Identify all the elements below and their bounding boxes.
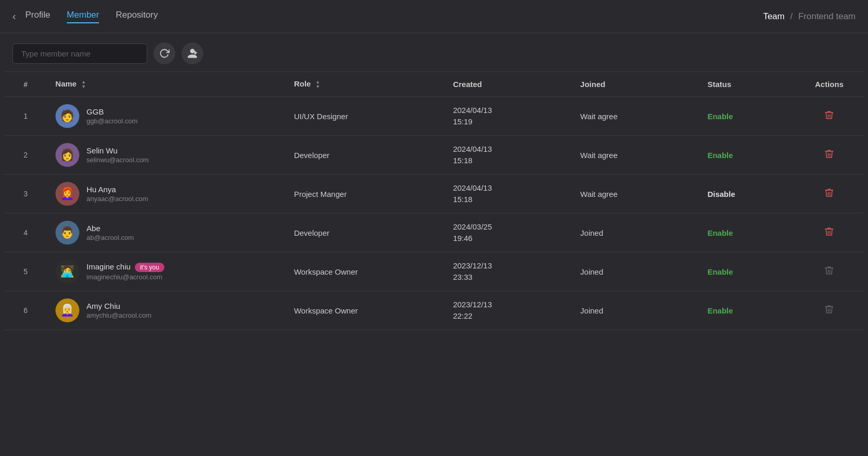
delete-button [822, 263, 836, 280]
members-table: # Name ▲▼ Role ▲▼ Created Joined Status … [4, 72, 864, 330]
table-row: 3👩‍🦰Hu Anyaanyaac@acrool.comProject Mang… [4, 175, 864, 213]
breadcrumb-separator: / [790, 11, 793, 21]
row-status[interactable]: Enable [699, 291, 794, 330]
row-role: Workspace Owner [286, 252, 445, 291]
table-row: 6👩‍🦳Amy Chiuamychiu@acrool.comWorkspace … [4, 291, 864, 330]
tab-profile[interactable]: Profile [25, 10, 50, 23]
status-badge[interactable]: Enable [707, 229, 733, 237]
you-badge: it's you [135, 263, 164, 272]
back-button[interactable]: ‹ [12, 10, 16, 22]
row-actions [794, 175, 864, 213]
table-header-row: # Name ▲▼ Role ▲▼ Created Joined Status … [4, 72, 864, 97]
row-created: 2024/03/2519:46 [445, 213, 572, 252]
row-status[interactable]: Enable [699, 252, 794, 291]
row-joined: Wait agree [572, 175, 699, 213]
row-role: Project Manger [286, 175, 445, 213]
delete-button [822, 302, 836, 319]
row-index: 1 [4, 97, 47, 136]
col-header-joined: Joined [572, 72, 699, 97]
row-role: Developer [286, 213, 445, 252]
toolbar [0, 33, 868, 72]
row-actions [794, 252, 864, 291]
trash-icon [824, 265, 834, 276]
member-name: Selin Wu [87, 146, 149, 155]
member-name: GGB [87, 107, 137, 116]
delete-button[interactable] [822, 147, 836, 164]
table-row: 2👩Selin Wuselinwu@acrool.comDeveloper202… [4, 136, 864, 175]
member-email: ggb@acrool.com [87, 117, 137, 125]
refresh-icon [159, 48, 170, 59]
row-status[interactable]: Enable [699, 136, 794, 175]
status-badge[interactable]: Enable [707, 112, 733, 121]
status-badge[interactable]: Enable [707, 151, 733, 160]
refresh-button[interactable] [153, 42, 175, 64]
member-name: Imagine chiuit's you [87, 262, 164, 272]
row-status[interactable]: Disable [699, 175, 794, 213]
trash-icon [824, 226, 834, 237]
member-email: amychiu@acrool.com [87, 311, 151, 319]
search-input[interactable] [12, 44, 147, 64]
col-header-name[interactable]: Name ▲▼ [47, 72, 286, 97]
col-header-hash: # [4, 72, 47, 97]
col-header-role[interactable]: Role ▲▼ [286, 72, 445, 97]
member-name: Abe [87, 224, 134, 233]
row-index: 6 [4, 291, 47, 330]
breadcrumb-child: Frontend team [798, 11, 856, 21]
tab-member[interactable]: Member [67, 10, 99, 23]
avatar: 👩‍🦳 [55, 298, 79, 322]
row-created: 2023/12/1323:33 [445, 252, 572, 291]
row-actions [794, 97, 864, 136]
nav-tabs: Profile Member Repository [25, 10, 158, 23]
row-actions [794, 213, 864, 252]
table-row: 1🧑GGBggb@acrool.comUI/UX Designer2024/04… [4, 97, 864, 136]
role-sort-arrows: ▲▼ [316, 80, 320, 89]
row-actions [794, 136, 864, 175]
row-joined: Wait agree [572, 136, 699, 175]
member-info: GGBggb@acrool.com [87, 107, 137, 125]
table-row: 5🧑‍💻Imagine chiuit's youimaginechiu@acro… [4, 252, 864, 291]
status-badge[interactable]: Disable [707, 190, 735, 198]
trash-icon [824, 110, 834, 120]
delete-button[interactable] [822, 186, 836, 203]
member-name: Hu Anya [87, 185, 148, 194]
add-member-button[interactable] [181, 42, 203, 64]
col-header-created: Created [445, 72, 572, 97]
row-index: 3 [4, 175, 47, 213]
delete-button[interactable] [822, 224, 836, 241]
row-index: 2 [4, 136, 47, 175]
row-name-cell: 👩‍🦰Hu Anyaanyaac@acrool.com [47, 175, 286, 213]
row-name-cell: 🧑GGBggb@acrool.com [47, 97, 286, 136]
row-status[interactable]: Enable [699, 213, 794, 252]
row-created: 2024/04/1315:18 [445, 175, 572, 213]
member-email: selinwu@acrool.com [87, 156, 149, 164]
delete-button[interactable] [822, 108, 836, 125]
member-email: anyaac@acrool.com [87, 195, 148, 203]
add-member-icon [187, 48, 198, 59]
avatar: 🧑 [55, 104, 79, 128]
col-header-status: Status [699, 72, 794, 97]
avatar: 👩‍🦰 [55, 182, 79, 206]
breadcrumb-parent: Team [763, 11, 785, 21]
member-info: Selin Wuselinwu@acrool.com [87, 146, 149, 164]
name-sort-arrows: ▲▼ [81, 80, 86, 89]
member-info: Imagine chiuit's youimaginechiu@acrool.c… [87, 262, 164, 281]
avatar: 👩 [55, 143, 79, 167]
row-joined: Joined [572, 213, 699, 252]
member-email: ab@acrool.com [87, 234, 134, 241]
status-badge[interactable]: Enable [707, 267, 733, 276]
row-joined: Joined [572, 252, 699, 291]
member-info: Abeab@acrool.com [87, 224, 134, 241]
row-created: 2024/04/1315:18 [445, 136, 572, 175]
row-created: 2024/04/1315:19 [445, 97, 572, 136]
tab-repository[interactable]: Repository [116, 10, 158, 23]
members-table-container: # Name ▲▼ Role ▲▼ Created Joined Status … [0, 72, 868, 330]
row-joined: Joined [572, 291, 699, 330]
row-name-cell: 🧑‍💻Imagine chiuit's youimaginechiu@acroo… [47, 252, 286, 291]
row-name-cell: 👩‍🦳Amy Chiuamychiu@acrool.com [47, 291, 286, 330]
row-name-cell: 👨Abeab@acrool.com [47, 213, 286, 252]
status-badge[interactable]: Enable [707, 306, 733, 315]
member-name: Amy Chiu [87, 302, 151, 310]
col-header-actions: Actions [794, 72, 864, 97]
top-nav: ‹ Profile Member Repository Team / Front… [0, 0, 868, 33]
row-status[interactable]: Enable [699, 97, 794, 136]
